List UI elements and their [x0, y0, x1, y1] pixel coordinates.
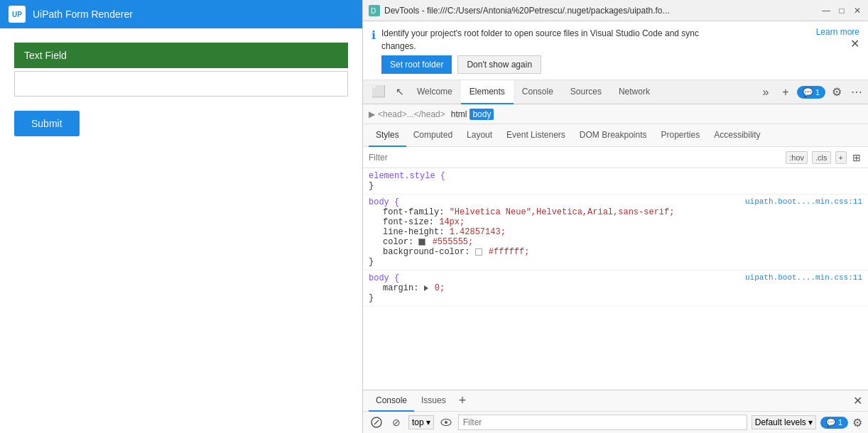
tab-welcome[interactable]: Welcome: [408, 80, 461, 104]
tab-welcome-label: Welcome: [417, 87, 452, 97]
close-button[interactable]: ✕: [852, 6, 862, 16]
tab-layout[interactable]: Layout: [460, 124, 499, 147]
breadcrumb-html[interactable]: html: [448, 109, 470, 120]
eye-visibility-button[interactable]: [438, 415, 454, 430]
set-root-button[interactable]: Set root folder: [381, 55, 452, 74]
tab-inspect-icon[interactable]: ⬜: [366, 80, 391, 104]
top-context-selector[interactable]: top ▾: [408, 415, 434, 429]
tab-bottom-issues[interactable]: Issues: [414, 390, 453, 412]
tab-console[interactable]: Console: [514, 80, 562, 104]
cls-filter-button[interactable]: .cls: [812, 151, 831, 164]
breadcrumb-partial: <head>...</head>: [378, 109, 445, 119]
more-tabs-button[interactable]: »: [757, 84, 774, 101]
minimize-button[interactable]: —: [821, 6, 831, 16]
tab-elements[interactable]: Elements: [461, 80, 514, 104]
tab-sources-label: Sources: [570, 87, 602, 97]
css-close-brace-3: }: [369, 293, 374, 303]
dont-show-button[interactable]: Don't show again: [457, 55, 541, 74]
tab-properties[interactable]: Properties: [654, 124, 707, 147]
color-swatch-fff[interactable]: [475, 248, 482, 256]
tab-dom-breakpoints[interactable]: DOM Breakpoints: [573, 124, 654, 147]
css-prop-value: #ffffff;: [489, 247, 530, 257]
block-console-button[interactable]: ⊘: [389, 415, 404, 430]
text-field-input[interactable]: [14, 71, 348, 97]
console-badge-count: 1: [838, 418, 842, 427]
tab-event-listeners[interactable]: Event Listeners: [499, 124, 573, 147]
left-titlebar: UP UiPath Form Renderer: [0, 0, 362, 28]
notification-badge-count: 1: [815, 88, 820, 97]
tab-network-label: Network: [619, 87, 650, 97]
filter-controls: :hov .cls + ⊞: [786, 150, 862, 165]
style-tabs: Styles Computed Layout Event Listeners D…: [363, 124, 868, 147]
css-selector: element.style {: [369, 171, 445, 181]
add-rule-button[interactable]: +: [835, 151, 847, 164]
add-bottom-tab-button[interactable]: +: [453, 393, 472, 408]
css-prop-name: line-height:: [383, 227, 450, 237]
devtools-favicon-icon: D: [369, 5, 380, 16]
devtools-main-tabs: ⬜ ↖ Welcome Elements Console Sources Net…: [363, 80, 868, 104]
tab-network[interactable]: Network: [610, 80, 658, 104]
svg-line-3: [374, 420, 379, 424]
form-content: Text Field Submit: [0, 28, 362, 433]
hov-filter-button[interactable]: :hov: [786, 151, 808, 164]
notification-badge-icon: 💬: [803, 87, 813, 97]
console-filter-input[interactable]: [458, 415, 747, 430]
css-prop-name: color:: [383, 237, 418, 247]
css-source-2[interactable]: uipath.boot....min.css:11: [745, 273, 862, 282]
info-icon: ℹ: [371, 28, 376, 42]
bottom-panel: Console Issues + ✕ ⊘ top ▾: [363, 390, 868, 433]
css-prop-font-size: font-size: 14px;: [369, 217, 862, 227]
tab-accessibility[interactable]: Accessibility: [707, 124, 767, 147]
maximize-button[interactable]: □: [837, 6, 847, 16]
breadcrumb-expand-arrow[interactable]: ▶: [369, 109, 375, 119]
tab-console-label: Console: [522, 87, 553, 97]
window-controls: — □ ✕: [821, 6, 862, 16]
close-banner-button[interactable]: ✕: [850, 37, 859, 50]
css-filter-input[interactable]: [369, 153, 786, 163]
levels-dropdown-arrow: ▾: [808, 417, 813, 427]
default-levels-selector[interactable]: Default levels ▾: [752, 415, 816, 429]
app-title: UiPath Form Renderer: [33, 9, 133, 20]
info-buttons: Set root folder Don't show again: [381, 55, 810, 74]
css-close-brace-2: }: [369, 257, 374, 267]
devtools-titlebar: D DevTools - file:///C:/Users/Antonia%20…: [363, 0, 868, 21]
submit-button[interactable]: Submit: [14, 111, 80, 136]
settings-button[interactable]: ⚙: [828, 84, 845, 101]
inspect-icon: ⬜: [371, 84, 386, 98]
more-options-button[interactable]: ⋯: [848, 84, 865, 101]
css-source-1[interactable]: uipath.boot....min.css:11: [745, 197, 862, 206]
breadcrumb-body[interactable]: body: [470, 109, 494, 120]
css-prop-line-height: line-height: 1.42857143;: [369, 227, 862, 237]
tab-sources[interactable]: Sources: [562, 80, 610, 104]
clear-icon: [371, 417, 382, 428]
info-text-line2: changes.: [381, 40, 810, 53]
top-label: top: [412, 417, 424, 427]
tab-bottom-console[interactable]: Console: [369, 390, 414, 412]
css-prop-font-family: font-family: "Helvetica Neue",Helvetica,…: [369, 207, 862, 217]
css-prop-value: 14px;: [439, 217, 465, 227]
notification-badge[interactable]: 💬 1: [797, 86, 825, 99]
text-field-label: Text Field: [14, 43, 348, 68]
devtools-title: DevTools - file:///C:/Users/Antonia%20Pe…: [384, 6, 821, 16]
left-panel: UP UiPath Form Renderer Text Field Submi…: [0, 0, 362, 433]
console-badge[interactable]: 💬 1: [820, 417, 848, 429]
css-close-brace: }: [369, 181, 374, 191]
console-settings-button[interactable]: ⚙: [852, 416, 862, 429]
info-text-line1: Identify your project's root folder to o…: [381, 27, 810, 40]
tab-computed[interactable]: Computed: [406, 124, 460, 147]
new-style-button[interactable]: ⊞: [851, 150, 862, 165]
tab-cursor-icon[interactable]: ↖: [391, 80, 408, 104]
default-levels-label: Default levels: [755, 417, 806, 427]
css-prop-value: 0;: [435, 283, 445, 293]
color-swatch-555[interactable]: [418, 239, 425, 246]
new-tab-button[interactable]: +: [777, 84, 794, 101]
console-badge-icon: 💬: [826, 418, 836, 427]
learn-more-link[interactable]: Learn more: [816, 27, 859, 37]
eye-icon: [440, 419, 452, 426]
triangle-expand-icon[interactable]: [424, 285, 428, 291]
close-bottom-panel-button[interactable]: ✕: [853, 394, 862, 407]
tab-styles[interactable]: Styles: [369, 124, 406, 147]
css-prop-name: font-family:: [383, 207, 450, 217]
css-block-body-2: body { uipath.boot....min.css:11 margin:…: [363, 270, 868, 307]
clear-console-button[interactable]: [369, 415, 384, 430]
